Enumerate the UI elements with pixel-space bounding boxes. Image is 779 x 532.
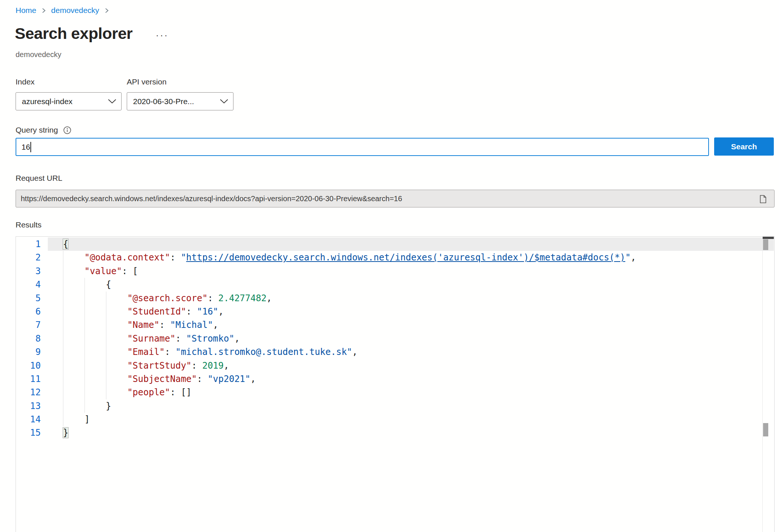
line-number: 7	[16, 318, 48, 332]
json-token: :	[208, 293, 218, 303]
indent-guide	[63, 251, 63, 264]
json-token: :	[170, 252, 181, 263]
copy-icon	[758, 193, 768, 205]
code-line: "people": []	[48, 386, 774, 399]
code-line: "StudentId": "16",	[48, 305, 774, 318]
json-token: "value"	[84, 266, 122, 276]
json-token: 2019	[202, 360, 224, 371]
indent-guide	[106, 345, 106, 359]
breadcrumb-service-link[interactable]: demovedecky	[51, 6, 99, 15]
indent-guide	[84, 305, 85, 318]
api-version-dropdown[interactable]: 2020-06-30-Pre...	[127, 92, 233, 110]
line-number: 9	[16, 345, 48, 359]
line-number: 14	[16, 413, 48, 426]
indent-guide	[84, 372, 85, 386]
chevron-down-icon	[108, 99, 116, 104]
json-token: "Name"	[127, 320, 159, 330]
json-token: ,	[352, 347, 357, 357]
indent-guide	[63, 372, 63, 386]
indent-guide	[63, 292, 63, 305]
json-token: "michal.stromko@.student.tuke.sk"	[175, 347, 352, 357]
indent-guide	[63, 399, 63, 413]
line-number: 6	[16, 305, 48, 318]
indent-guide	[84, 292, 85, 305]
search-button[interactable]: Search	[714, 137, 774, 156]
indent-guide	[63, 265, 63, 278]
request-url-field[interactable]: https://demovedecky.search.windows.net/i…	[16, 190, 775, 207]
json-token: }	[106, 401, 111, 411]
breadcrumb: Home demovedecky	[16, 6, 109, 15]
indent-guide	[106, 305, 106, 318]
request-url-value: https://demovedecky.search.windows.net/i…	[21, 194, 402, 203]
indent-guide	[63, 345, 63, 359]
chevron-down-icon	[220, 99, 228, 104]
json-token: "	[625, 252, 630, 263]
json-token: :	[165, 347, 176, 357]
scrollbar-thumb[interactable]	[763, 239, 768, 250]
json-token: :	[186, 306, 197, 317]
index-dropdown-value: azuresql-index	[22, 97, 73, 106]
code-line: "StartStudy": 2019,	[48, 359, 774, 372]
json-token: ,	[266, 293, 272, 303]
code-line: {	[48, 237, 774, 251]
json-token: {	[63, 239, 68, 249]
json-token: ,	[218, 306, 223, 317]
json-token: "Email"	[127, 347, 165, 357]
query-string-label: Query string	[16, 126, 58, 134]
json-token: ,	[631, 252, 636, 263]
json-token: "people"	[127, 387, 170, 398]
indent-guide	[63, 318, 63, 332]
info-icon[interactable]	[63, 126, 72, 134]
editor-code: { "@odata.context": "https://demovedecky…	[48, 237, 774, 440]
json-token: "@odata.context"	[84, 252, 170, 263]
json-token: :	[197, 374, 208, 384]
code-line: "@search.score": 2.4277482,	[48, 292, 774, 305]
code-line: }	[48, 426, 774, 439]
results-editor[interactable]: 123456789101112131415 { "@odata.context"…	[16, 236, 775, 532]
json-token: "Michal"	[170, 320, 213, 330]
code-line: "Name": "Michal",	[48, 318, 774, 332]
json-token: "StartStudy"	[127, 360, 191, 371]
indent-guide	[63, 386, 63, 399]
json-token: }	[63, 428, 68, 438]
json-token: "16"	[197, 306, 218, 317]
copy-button[interactable]	[758, 193, 768, 205]
json-token: "Surname"	[127, 333, 175, 344]
json-token: ,	[213, 320, 218, 330]
json-link[interactable]: https://demovedecky.search.windows.net/i…	[186, 252, 625, 263]
search-explorer-page: Home demovedecky Search explorer ··· dem…	[0, 0, 779, 532]
indent-guide	[84, 399, 85, 413]
line-number: 3	[16, 265, 48, 278]
code-line: "@odata.context": "https://demovedecky.s…	[48, 251, 774, 264]
query-input-value: 16	[21, 143, 30, 152]
overview-ruler-marker	[763, 423, 768, 436]
code-line: "SubjectName": "vp2021",	[48, 372, 774, 386]
breadcrumb-home-link[interactable]: Home	[16, 6, 36, 15]
breadcrumb-chevron-icon	[41, 7, 46, 14]
text-cursor	[30, 142, 31, 152]
line-number: 15	[16, 426, 48, 439]
more-options-button[interactable]: ···	[156, 30, 169, 41]
editor-gutter: 123456789101112131415	[16, 237, 48, 440]
indent-guide	[63, 413, 63, 426]
code-line: "Surname": "Stromko",	[48, 332, 774, 345]
code-line: ]	[48, 413, 774, 426]
code-line: "value": [	[48, 265, 774, 278]
query-string-label-row: Query string	[16, 126, 72, 134]
query-input[interactable]: 16	[16, 138, 709, 156]
indent-guide	[106, 359, 106, 372]
indent-guide	[106, 386, 106, 399]
page-subtitle: demovedecky	[16, 50, 61, 59]
line-number: 5	[16, 292, 48, 305]
indent-guide	[84, 332, 85, 345]
line-number: 12	[16, 386, 48, 399]
index-dropdown[interactable]: azuresql-index	[16, 92, 122, 110]
json-token: "@search.score"	[127, 293, 208, 303]
json-token: "StudentId"	[127, 306, 186, 317]
indent-guide	[106, 332, 106, 345]
line-number: 13	[16, 399, 48, 413]
indent-guide	[63, 278, 63, 291]
json-token: : [	[122, 266, 138, 276]
line-number: 2	[16, 251, 48, 264]
json-token: "Stromko"	[186, 333, 234, 344]
